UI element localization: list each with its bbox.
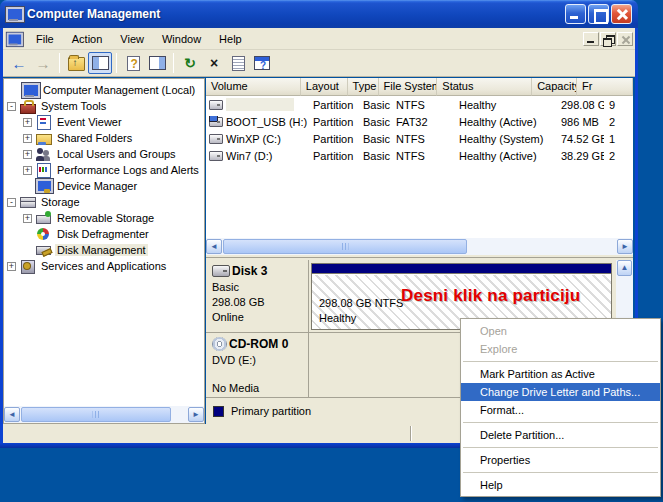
mdi-minimize-button[interactable] <box>583 32 599 46</box>
menu-bar: File Action View Window Help <box>3 28 635 50</box>
tree-item-local-users-groups[interactable]: +Local Users and Groups <box>4 146 204 162</box>
volume-list: Volume Layout Type File System Status Ca… <box>206 78 633 238</box>
expand-box[interactable]: + <box>23 166 32 175</box>
menu-item-change-drive-letter[interactable]: Change Drive Letter and Paths... <box>461 383 660 401</box>
column-header-status[interactable]: Status <box>437 78 532 96</box>
expand-box[interactable]: + <box>7 262 16 271</box>
delete-button[interactable]: × <box>202 52 226 74</box>
app-icon <box>6 7 21 21</box>
toolbar-separator <box>59 53 60 73</box>
window-title: Computer Management <box>27 7 563 21</box>
disk3-header-cell[interactable]: Disk 3 Basic 298.08 GB Online <box>206 260 309 332</box>
minimize-button[interactable] <box>565 4 586 24</box>
menu-item-explore[interactable]: Explore <box>461 340 660 358</box>
maximize-button[interactable] <box>588 4 609 24</box>
annotation-text: Desni klik na particiju <box>401 286 580 306</box>
expand-box[interactable]: + <box>23 214 32 223</box>
menu-action[interactable]: Action <box>63 30 112 48</box>
computer-icon <box>22 83 37 97</box>
collapse-box[interactable]: - <box>7 198 16 207</box>
close-button[interactable] <box>611 4 632 24</box>
mdi-restore-button[interactable] <box>600 32 616 46</box>
menu-item-mark-partition-active[interactable]: Mark Partition as Active <box>461 365 660 383</box>
expand-box[interactable]: + <box>23 150 32 159</box>
tree-item-removable-storage[interactable]: +Removable Storage <box>4 210 204 226</box>
menu-help[interactable]: Help <box>210 30 251 48</box>
menu-file[interactable]: File <box>27 30 63 48</box>
column-header-layout[interactable]: Layout <box>301 78 348 96</box>
menu-window[interactable]: Window <box>153 30 210 48</box>
volume-scroll-thumb[interactable] <box>223 239 467 254</box>
users-icon <box>36 147 51 161</box>
help-button[interactable] <box>250 52 274 74</box>
scroll-right-icon[interactable]: ► <box>188 407 204 422</box>
up-folder-icon <box>68 57 85 71</box>
tree-item-computer-management[interactable]: Computer Management (Local) <box>4 82 204 98</box>
tree-item-storage[interactable]: -Storage <box>4 194 204 210</box>
tree-item-shared-folders[interactable]: +Shared Folders <box>4 130 204 146</box>
cdrom-media-status: No Media <box>212 381 306 396</box>
menu-item-format[interactable]: Format... <box>461 401 660 419</box>
refresh-button[interactable]: ↻ <box>178 52 202 74</box>
tree-item-disk-defragmenter[interactable]: Disk Defragmenter <box>4 226 204 242</box>
up-one-level-button[interactable] <box>64 52 88 74</box>
tree-item-event-viewer[interactable]: +Event Viewer <box>4 114 204 130</box>
console-tree-icon <box>92 56 109 70</box>
context-help-button[interactable] <box>121 52 145 74</box>
properties-button[interactable] <box>226 52 250 74</box>
show-hide-console-tree-button[interactable] <box>88 52 112 74</box>
menu-separator <box>463 422 658 423</box>
scroll-right-icon[interactable]: ► <box>617 239 633 254</box>
drive-icon <box>209 100 223 110</box>
drive-icon <box>209 151 223 161</box>
shared-folder-icon <box>36 131 51 145</box>
primary-partition-swatch <box>213 406 224 417</box>
tree-item-device-manager[interactable]: Device Manager <box>4 178 204 194</box>
disk-management-icon <box>36 243 51 257</box>
menu-item-help[interactable]: Help <box>461 476 660 494</box>
menu-item-delete-partition[interactable]: Delete Partition... <box>461 426 660 444</box>
scroll-left-icon[interactable]: ◄ <box>4 407 20 422</box>
menu-item-open[interactable]: Open <box>461 322 660 340</box>
forward-icon: → <box>36 56 51 71</box>
column-header-file-system[interactable]: File System <box>379 78 438 96</box>
tree-item-disk-management[interactable]: Disk Management <box>4 242 204 258</box>
column-header-capacity[interactable]: Capacity <box>532 78 577 96</box>
cdrom-header-cell[interactable]: CD-ROM 0 DVD (E:) No Media <box>206 333 309 397</box>
tree-horizontal-scrollbar[interactable]: ◄ ► <box>4 406 204 423</box>
event-log-icon <box>36 115 51 129</box>
title-bar[interactable]: Computer Management <box>0 0 638 28</box>
console-tree-panel: Computer Management (Local) -System Tool… <box>3 78 205 424</box>
expand-box[interactable]: + <box>23 118 32 127</box>
volume-row-unnamed[interactable]: Partition Basic NTFS Healthy 298.08 GB 9 <box>206 96 633 113</box>
expand-box[interactable]: + <box>23 134 32 143</box>
volume-row-boot-usb[interactable]: BOOT_USB (H:) Partition Basic FAT32 Heal… <box>206 113 633 130</box>
help-window-icon <box>254 56 270 70</box>
menu-view[interactable]: View <box>111 30 153 48</box>
mdi-close-button[interactable] <box>617 32 633 46</box>
column-header-type[interactable]: Type <box>348 78 379 96</box>
menu-item-properties[interactable]: Properties <box>461 451 660 469</box>
tree-item-services-applications[interactable]: +Services and Applications <box>4 258 204 274</box>
volume-row-win7[interactable]: Win7 (D:) Partition Basic NTFS Healthy (… <box>206 147 633 164</box>
partition-size-fs: 298.08 GB NTFS <box>319 297 403 309</box>
disk3-status: Online <box>212 310 306 325</box>
collapse-box[interactable]: - <box>7 102 16 111</box>
volume-horizontal-scrollbar[interactable]: ◄ ► <box>206 238 633 255</box>
scroll-left-icon[interactable]: ◄ <box>206 239 222 254</box>
menu-separator <box>463 472 658 473</box>
volume-row-winxp[interactable]: WinXP (C:) Partition Basic NTFS Healthy … <box>206 130 633 147</box>
partition-color-bar <box>312 264 611 274</box>
column-header-volume[interactable]: Volume <box>206 78 301 96</box>
forward-button[interactable]: → <box>31 52 55 74</box>
column-header-free-space[interactable]: Fr <box>577 78 633 96</box>
tree-item-system-tools[interactable]: -System Tools <box>4 98 204 114</box>
scroll-up-icon[interactable]: ▲ <box>617 260 632 276</box>
show-hide-action-pane-button[interactable] <box>145 52 169 74</box>
tree-scroll-thumb[interactable] <box>21 407 171 422</box>
disk3-type: Basic <box>212 280 306 295</box>
back-button[interactable]: ← <box>7 52 31 74</box>
menu-separator <box>463 361 658 362</box>
usb-drive-icon <box>209 117 223 127</box>
tree-item-performance-logs[interactable]: +Performance Logs and Alerts <box>4 162 204 178</box>
